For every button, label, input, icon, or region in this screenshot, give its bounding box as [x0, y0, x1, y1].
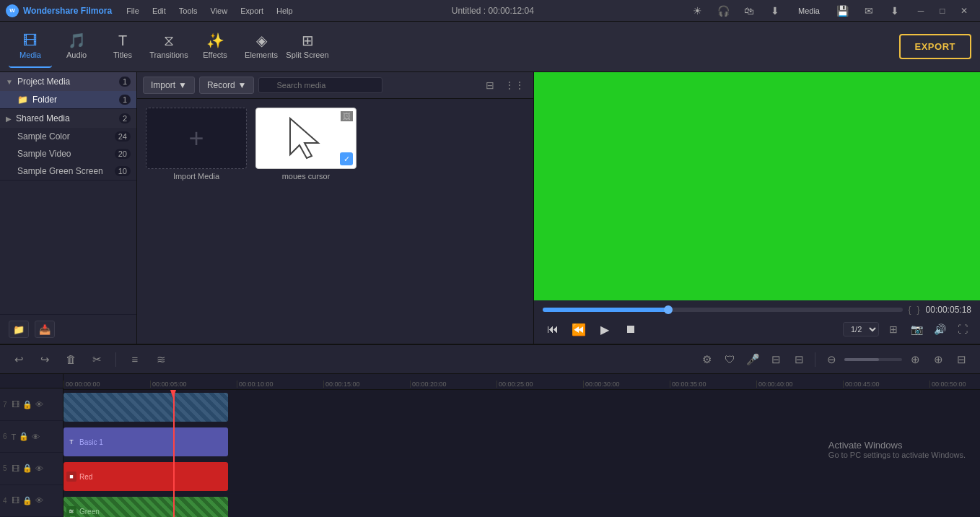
fullscreen-button[interactable]: ⛶	[954, 321, 971, 338]
headphones-icon[interactable]: 🎧	[713, 3, 733, 19]
store-icon[interactable]: 🛍	[739, 3, 759, 19]
toolbar-split-screen[interactable]: ⊞ Split Screen	[286, 26, 329, 68]
project-media-count: 1	[119, 77, 131, 87]
step-back-button[interactable]: ⏮	[543, 319, 563, 339]
toolbar-effects[interactable]: ✨ Effects	[193, 26, 237, 68]
search-input[interactable]	[258, 77, 382, 93]
shield-button[interactable]: 🛡	[719, 349, 740, 370]
adjust-button[interactable]: ≡	[125, 349, 145, 370]
menu-edit[interactable]: Edit	[146, 5, 172, 17]
sample-color-item[interactable]: Sample Color 24	[0, 128, 136, 145]
import-folder-button[interactable]: 📥	[35, 321, 55, 338]
new-folder-button[interactable]: 📁	[9, 321, 29, 338]
media-toolbar: Import ▼ Record ▼ 🔍 ⊟ ⋮⋮	[137, 72, 533, 99]
track-num-4: 4	[3, 497, 7, 505]
progress-bar[interactable]	[543, 308, 903, 312]
track-labels: 7 🎞 🔒 👁 6 T 🔒 👁 5 🎞 🔒 👁 4 🎞 🔒	[0, 374, 64, 517]
mail-icon[interactable]: ✉	[859, 3, 879, 19]
side-panel-button[interactable]: ⊟	[951, 349, 971, 370]
toolbar-titles[interactable]: T Titles	[101, 26, 144, 68]
sample-green-screen-count: 10	[115, 166, 131, 176]
menu-view[interactable]: View	[205, 5, 234, 17]
bracket-right: }	[917, 305, 920, 315]
menu-export[interactable]: Export	[235, 5, 269, 17]
add-track-button[interactable]: ⊕	[928, 349, 948, 370]
download2-icon[interactable]: ⬇	[885, 3, 905, 19]
zoom-in-button[interactable]: ⊕	[905, 349, 925, 370]
project-media-header[interactable]: ▼ Project Media 1	[0, 72, 136, 91]
filter-button[interactable]: ⊟	[483, 78, 497, 92]
menu-file[interactable]: File	[121, 5, 145, 17]
folder-label: Folder	[32, 95, 57, 105]
timeline-content: 7 🎞 🔒 👁 6 T 🔒 👁 5 🎞 🔒 👁 4 🎞 🔒	[0, 374, 980, 517]
menu-tools[interactable]: Tools	[173, 5, 204, 17]
folder-item[interactable]: 📁 Folder 1	[0, 91, 136, 108]
frame-back-button[interactable]: ⏪	[569, 319, 589, 339]
lock-icon-2[interactable]: 🔒	[19, 432, 29, 441]
eye-icon-2[interactable]: 👁	[32, 433, 40, 441]
ruler-mark-8: 00:00:40:00	[756, 381, 843, 388]
preview-panel: { } 00:00:05:18 ⏮ ⏪ ▶ ⏹ 1/2 ⊞ 📷 🔊 ⛶	[534, 72, 980, 344]
eye-icon-4[interactable]: 👁	[35, 496, 43, 505]
import-button[interactable]: Import ▼	[143, 77, 195, 94]
menu-help[interactable]: Help	[271, 5, 299, 17]
toolbar-media[interactable]: 🎞 Media	[9, 26, 52, 68]
eye-icon-3[interactable]: 👁	[35, 464, 43, 473]
play-button[interactable]: ▶	[595, 319, 615, 339]
settings-button[interactable]: ⚙	[696, 349, 717, 370]
save-icon[interactable]: 💾	[833, 3, 853, 19]
caption-button[interactable]: ⊟	[789, 349, 809, 370]
mouse-cursor-item[interactable]: 🖼 ✓ moues cursor	[255, 108, 356, 181]
download-icon[interactable]: ⬇	[765, 3, 785, 19]
login-button[interactable]: Media	[791, 5, 827, 17]
split-screen-label: Split Screen	[286, 51, 328, 59]
delete-button[interactable]: 🗑	[61, 349, 81, 370]
logo-icon: W	[6, 4, 19, 17]
track-row-4: ≋ Green	[64, 494, 980, 517]
split-button[interactable]: ⊟	[766, 349, 786, 370]
progress-fill	[543, 308, 668, 312]
undo-button[interactable]: ↩	[9, 349, 29, 370]
mic-button[interactable]: 🎤	[743, 349, 763, 370]
sample-green-screen-item[interactable]: Sample Green Screen 10	[0, 162, 136, 180]
track-type-icon-3: 🎞	[12, 464, 19, 473]
brightness-icon[interactable]: ☀	[687, 3, 707, 19]
zoom-slider[interactable]	[844, 358, 902, 361]
stop-button[interactable]: ⏹	[621, 319, 641, 339]
minimize-button[interactable]: ─	[911, 3, 931, 19]
pip-button[interactable]: ⊞	[885, 321, 902, 338]
toolbar-elements[interactable]: ◈ Elements	[240, 26, 283, 68]
lock-icon-3[interactable]: 🔒	[22, 464, 32, 473]
maximize-button[interactable]: □	[932, 3, 953, 19]
toolbar-audio[interactable]: 🎵 Audio	[55, 26, 98, 68]
sample-video-item[interactable]: Sample Video 20	[0, 145, 136, 162]
ruler-mark-1: 00:00:05:00	[150, 381, 237, 388]
clip-green-label: Green	[79, 508, 100, 516]
sample-green-screen-label: Sample Green Screen	[17, 166, 103, 176]
clip-video-1[interactable]	[64, 393, 228, 422]
lock-icon-4[interactable]: 🔒	[22, 496, 32, 505]
lock-icon-1[interactable]: 🔒	[22, 400, 32, 409]
shared-media-header[interactable]: ▶ Shared Media 2	[0, 109, 136, 128]
screenshot-button[interactable]: 📷	[908, 321, 925, 338]
redo-button[interactable]: ↪	[35, 349, 55, 370]
export-button[interactable]: EXPORT	[899, 34, 971, 59]
eye-icon-1[interactable]: 👁	[35, 400, 43, 409]
clip-red-1[interactable]: ■ Red	[64, 462, 228, 491]
grid-view-button[interactable]: ⋮⋮	[502, 78, 528, 92]
title-bar: W Wondershare Filmora File Edit Tools Vi…	[0, 0, 980, 22]
volume-button[interactable]: 🔊	[931, 321, 948, 338]
close-button[interactable]: ✕	[954, 3, 974, 19]
clip-text-1[interactable]: T Basic 1	[64, 427, 228, 456]
import-media-item[interactable]: + Import Media	[146, 108, 247, 181]
waveform-button[interactable]: ≋	[151, 349, 171, 370]
chevron-right-icon: ▶	[6, 115, 12, 123]
cut-button[interactable]: ✂	[87, 349, 107, 370]
document-title: Untitled : 00:00:12:04	[452, 6, 534, 16]
zoom-out-button[interactable]: ⊖	[821, 349, 841, 370]
speed-dropdown[interactable]: 1/2	[843, 322, 879, 336]
record-button[interactable]: Record ▼	[199, 77, 255, 94]
sidebar-actions: 📁 📥	[0, 314, 136, 344]
clip-green-1[interactable]: ≋ Green	[64, 497, 228, 517]
toolbar-transitions[interactable]: ⧖ Transitions	[147, 26, 191, 68]
